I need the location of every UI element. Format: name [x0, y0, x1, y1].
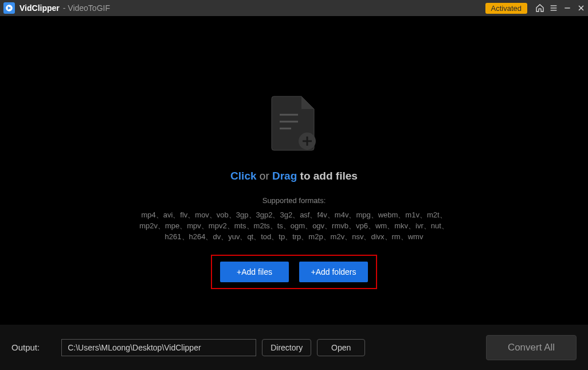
instruction-text: Click or Drag to add files	[230, 170, 358, 182]
open-button[interactable]: Open	[317, 339, 365, 356]
rest-words: to add files	[300, 170, 358, 182]
titlebar-right: Activated	[485, 0, 588, 16]
close-icon[interactable]	[574, 0, 588, 16]
drag-word: Drag	[272, 170, 297, 182]
home-icon[interactable]	[533, 0, 547, 16]
or-word: or	[260, 170, 269, 182]
output-path-input[interactable]	[61, 339, 256, 356]
app-subtitle: - VideoToGIF	[63, 3, 110, 13]
formats-list: mp4、avi、flv、mov、vob、3gp、3gp2、3g2、asf、f4v…	[134, 209, 454, 242]
click-word: Click	[230, 170, 256, 182]
title-bar: VidClipper - VideoToGIF Activated	[0, 0, 588, 16]
document-plus-icon	[271, 95, 317, 154]
activated-badge: Activated	[485, 3, 527, 14]
convert-all-button[interactable]: Convert All	[486, 335, 577, 360]
add-folders-button[interactable]: +Add folders	[299, 262, 368, 282]
directory-button[interactable]: Directory	[262, 339, 311, 356]
app-logo-icon	[3, 2, 15, 14]
app-window: VidClipper - VideoToGIF Activated	[0, 0, 588, 370]
menu-icon[interactable]	[547, 0, 560, 16]
minimize-icon[interactable]	[560, 0, 574, 16]
output-label: Output:	[11, 342, 40, 352]
supported-formats-label: Supported formats:	[262, 196, 326, 205]
bottom-bar: Output: Directory Open Convert All	[0, 324, 588, 370]
highlight-box: +Add files +Add folders	[211, 255, 377, 289]
drop-zone[interactable]: Click or Drag to add files Supported for…	[0, 16, 588, 324]
add-files-button[interactable]: +Add files	[220, 262, 289, 282]
app-name: VidClipper	[19, 3, 60, 13]
